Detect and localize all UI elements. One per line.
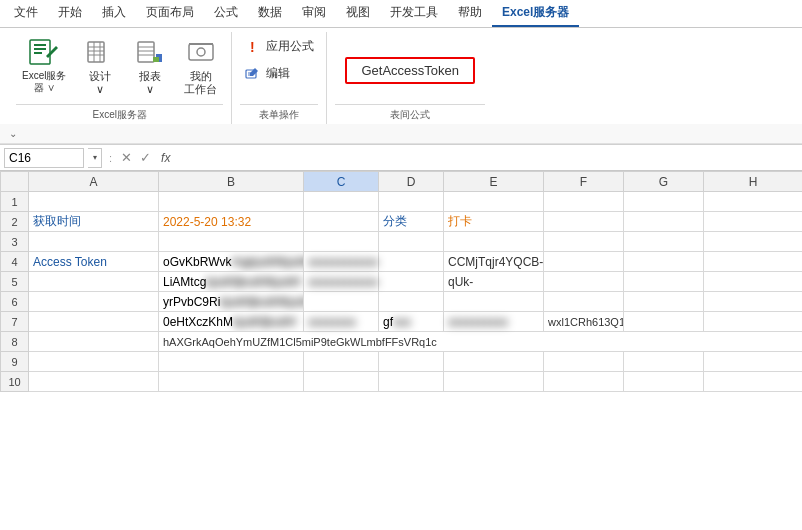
cell-C1[interactable] — [304, 192, 379, 212]
cell-G2[interactable] — [624, 212, 704, 232]
tab-page-layout[interactable]: 页面布局 — [136, 0, 204, 27]
cell-C10[interactable] — [304, 372, 379, 392]
tab-developer[interactable]: 开发工具 — [380, 0, 448, 27]
cell-H4[interactable] — [704, 252, 803, 272]
cell-D9[interactable] — [379, 352, 444, 372]
col-header-H[interactable]: H — [704, 172, 803, 192]
cell-G3[interactable] — [624, 232, 704, 252]
cell-C9[interactable] — [304, 352, 379, 372]
cell-B9[interactable] — [159, 352, 304, 372]
cell-H3[interactable] — [704, 232, 803, 252]
cell-C3[interactable] — [304, 232, 379, 252]
cell-C2[interactable] — [304, 212, 379, 232]
cell-B8[interactable]: hAXGrkAqOehYmUZfM1Cl5miP9teGkWLmbfFFsVRq… — [159, 332, 803, 352]
design-button[interactable]: 设计∨ — [78, 32, 122, 100]
cell-A8[interactable] — [29, 332, 159, 352]
cell-A6[interactable] — [29, 292, 159, 312]
cell-D1[interactable] — [379, 192, 444, 212]
cell-A5[interactable] — [29, 272, 159, 292]
cell-B10[interactable] — [159, 372, 304, 392]
cell-G4[interactable] — [624, 252, 704, 272]
cell-B5[interactable]: LiAMtcgkjsdhfjksdhfkjsdhf — [159, 272, 304, 292]
col-header-A[interactable]: A — [29, 172, 159, 192]
tab-start[interactable]: 开始 — [48, 0, 92, 27]
cell-B2[interactable]: 2022-5-20 13:32 — [159, 212, 304, 232]
cell-E3[interactable] — [444, 232, 544, 252]
cell-A2[interactable]: 获取时间 — [29, 212, 159, 232]
cell-D3[interactable] — [379, 232, 444, 252]
col-header-C[interactable]: C — [304, 172, 379, 192]
cell-G10[interactable] — [624, 372, 704, 392]
cell-F9[interactable] — [544, 352, 624, 372]
col-header-B[interactable]: B — [159, 172, 304, 192]
col-header-E[interactable]: E — [444, 172, 544, 192]
cell-E9[interactable] — [444, 352, 544, 372]
cell-B3[interactable] — [159, 232, 304, 252]
cell-G5[interactable] — [624, 272, 704, 292]
cell-D2[interactable]: 分类 — [379, 212, 444, 232]
cell-E10[interactable] — [444, 372, 544, 392]
cell-G1[interactable] — [624, 192, 704, 212]
cell-E1[interactable] — [444, 192, 544, 212]
cell-C6[interactable] — [304, 292, 379, 312]
cell-D7[interactable]: gfxxx — [379, 312, 444, 332]
cell-G6[interactable] — [624, 292, 704, 312]
cancel-formula-icon[interactable]: ✕ — [119, 150, 134, 165]
cell-G9[interactable] — [624, 352, 704, 372]
apply-formula-button[interactable]: ! 应用公式 — [240, 36, 318, 57]
cell-C4[interactable]: xxxxxxxxxxxxxxx — [304, 252, 379, 272]
fx-icon[interactable]: fx — [157, 151, 174, 165]
tab-review[interactable]: 审阅 — [292, 0, 336, 27]
col-header-D[interactable]: D — [379, 172, 444, 192]
cell-H1[interactable] — [704, 192, 803, 212]
cell-B6[interactable]: yrPvbC9Rikjsdhfjksdhfkjsdhf — [159, 292, 304, 312]
edit-button[interactable]: 编辑 — [240, 63, 294, 84]
cell-C7[interactable]: xxxxxxxx — [304, 312, 379, 332]
cell-H10[interactable] — [704, 372, 803, 392]
cell-F5[interactable] — [544, 272, 624, 292]
confirm-formula-icon[interactable]: ✓ — [138, 150, 153, 165]
quick-access-down-icon[interactable]: ⌄ — [6, 128, 20, 139]
report-button[interactable]: 报表∨ — [128, 32, 172, 100]
cell-F10[interactable] — [544, 372, 624, 392]
cell-E5[interactable]: qUk- — [444, 272, 544, 292]
cell-A4[interactable]: Access Token — [29, 252, 159, 272]
cell-F4[interactable] — [544, 252, 624, 272]
col-header-G[interactable]: G — [624, 172, 704, 192]
cell-reference[interactable]: C16 — [4, 148, 84, 168]
cell-A1[interactable] — [29, 192, 159, 212]
cell-F1[interactable] — [544, 192, 624, 212]
cell-E2[interactable]: 打卡 — [444, 212, 544, 232]
tab-file[interactable]: 文件 — [4, 0, 48, 27]
cell-ref-dropdown[interactable]: ▾ — [88, 148, 102, 168]
cell-H5[interactable] — [704, 272, 803, 292]
cell-D4[interactable] — [379, 252, 444, 272]
col-header-F[interactable]: F — [544, 172, 624, 192]
cell-B4[interactable]: oGvKbRWvkrhgkjsdhfkjsdhfkjhsd — [159, 252, 304, 272]
cell-D5[interactable] — [379, 272, 444, 292]
workbench-button[interactable]: 我的工作台 — [178, 32, 223, 100]
cell-D6[interactable] — [379, 292, 444, 312]
cell-F3[interactable] — [544, 232, 624, 252]
cell-H7[interactable] — [704, 312, 803, 332]
excel-server-button[interactable]: Excel服务器 ∨ — [16, 32, 72, 98]
cell-G7[interactable] — [624, 312, 704, 332]
cell-E6[interactable] — [444, 292, 544, 312]
cell-F6[interactable] — [544, 292, 624, 312]
tab-data[interactable]: 数据 — [248, 0, 292, 27]
tab-insert[interactable]: 插入 — [92, 0, 136, 27]
cell-A7[interactable] — [29, 312, 159, 332]
tab-excel-server[interactable]: Excel服务器 — [492, 0, 579, 27]
cell-A10[interactable] — [29, 372, 159, 392]
cell-E7[interactable]: xxxxxxxxxx — [444, 312, 544, 332]
tab-formula[interactable]: 公式 — [204, 0, 248, 27]
cell-H9[interactable] — [704, 352, 803, 372]
cell-C5[interactable]: xxxxxxxxxxxxxxx — [304, 272, 379, 292]
cell-A9[interactable] — [29, 352, 159, 372]
cell-B1[interactable] — [159, 192, 304, 212]
cell-H2[interactable] — [704, 212, 803, 232]
get-access-token-button[interactable]: GetAccessToken — [345, 57, 475, 84]
cell-F2[interactable] — [544, 212, 624, 232]
formula-input[interactable] — [178, 148, 798, 168]
cell-B7[interactable]: 0eHtXczKhMkjsdhfjksdhf — [159, 312, 304, 332]
